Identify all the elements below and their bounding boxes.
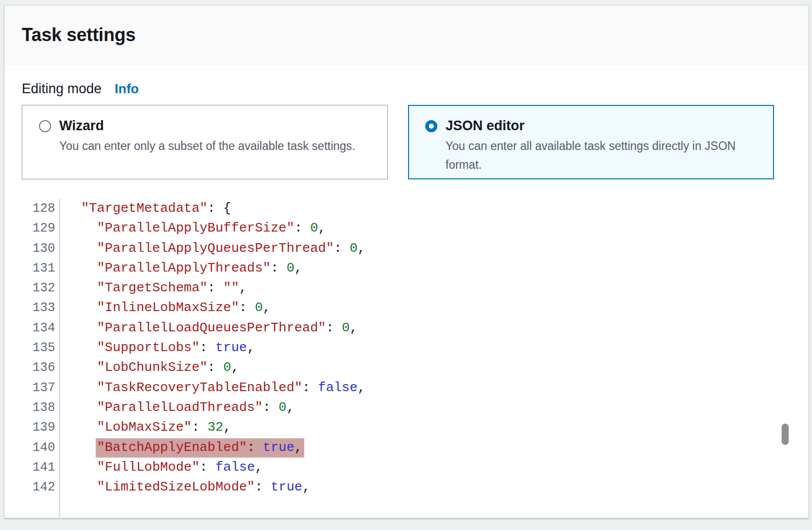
code-line[interactable]: 137 "TaskRecoveryTableEnabled": false,	[22, 378, 791, 398]
line-number: 132	[22, 278, 55, 298]
tile-json-editor-head: JSON editor	[425, 118, 763, 134]
code-line[interactable]: 132 "TargetSchema": "",	[22, 278, 791, 298]
code-line[interactable]: 135 "SupportLobs": true,	[22, 338, 791, 358]
line-number: 140	[22, 438, 55, 458]
tile-json-editor-label: JSON editor	[445, 118, 524, 134]
line-number: 135	[22, 338, 55, 358]
code-line[interactable]: 138 "ParallelLoadThreads": 0,	[22, 398, 791, 418]
task-settings-panel: Task settings Editing mode Info Wizard Y…	[4, 5, 809, 518]
wizard-radio[interactable]	[39, 120, 51, 132]
tile-wizard-label: Wizard	[59, 118, 104, 134]
tile-json-editor[interactable]: JSON editor You can enter all available …	[408, 105, 774, 179]
line-number: 134	[22, 318, 55, 338]
line-number: 133	[22, 298, 55, 318]
line-number: 139	[22, 418, 55, 437]
code-line[interactable]: 131 "ParallelApplyThreads": 0,	[22, 258, 791, 278]
tile-wizard-head: Wizard	[39, 118, 377, 134]
code-line[interactable]: 136 "LobChunkSize": 0,	[22, 358, 791, 377]
line-number: 138	[22, 398, 55, 418]
highlighted-code-span: "BatchApplyEnabled": true,	[96, 438, 304, 458]
code-line[interactable]: 130 "ParallelApplyQueuesPerThread": 0,	[22, 239, 791, 258]
line-number: 141	[22, 458, 55, 477]
page-title: Task settings	[22, 24, 136, 46]
line-number: 128	[22, 199, 55, 218]
tile-json-editor-description: You can enter all available task setting…	[445, 137, 759, 174]
json-code-editor[interactable]: 128 "TargetMetadata": {129 "ParallelAppl…	[22, 199, 791, 519]
code-line[interactable]: 141 "FullLobMode": false,	[22, 458, 791, 477]
vertical-scrollbar-thumb[interactable]	[782, 424, 789, 445]
line-number: 131	[22, 258, 55, 278]
line-number: 137	[22, 378, 55, 398]
tile-wizard[interactable]: Wizard You can enter only a subset of th…	[22, 105, 388, 179]
line-number: 142	[22, 477, 55, 497]
info-link[interactable]: Info	[115, 81, 139, 97]
code-line[interactable]: 134 "ParallelLoadQueuesPerThread": 0,	[22, 318, 791, 338]
editing-mode-label: Editing mode	[22, 81, 102, 97]
code-editor-lines: 128 "TargetMetadata": {129 "ParallelAppl…	[22, 199, 791, 519]
panel-body: Editing mode Info Wizard You can enter o…	[5, 81, 808, 519]
code-line[interactable]: 139 "LobMaxSize": 32,	[22, 418, 791, 437]
line-number: 130	[22, 239, 55, 258]
line-number: 136	[22, 358, 55, 377]
code-line[interactable]: 128 "TargetMetadata": {	[22, 199, 791, 218]
tile-wizard-description: You can enter only a subset of the avail…	[59, 137, 377, 156]
code-line[interactable]: 142 "LimitedSizeLobMode": true,	[22, 477, 791, 497]
code-line[interactable]: 140 "BatchApplyEnabled": true,	[22, 438, 791, 458]
code-line-empty[interactable]	[22, 497, 791, 519]
editing-mode-tiles: Wizard You can enter only a subset of th…	[22, 105, 791, 179]
json-editor-radio[interactable]	[425, 120, 437, 132]
editing-mode-row: Editing mode Info	[22, 81, 791, 97]
code-line[interactable]: 133 "InlineLobMaxSize": 0,	[22, 298, 791, 318]
panel-header: Task settings	[5, 6, 808, 64]
code-line[interactable]: 129 "ParallelApplyBufferSize": 0,	[22, 218, 791, 238]
line-number: 129	[22, 218, 55, 238]
